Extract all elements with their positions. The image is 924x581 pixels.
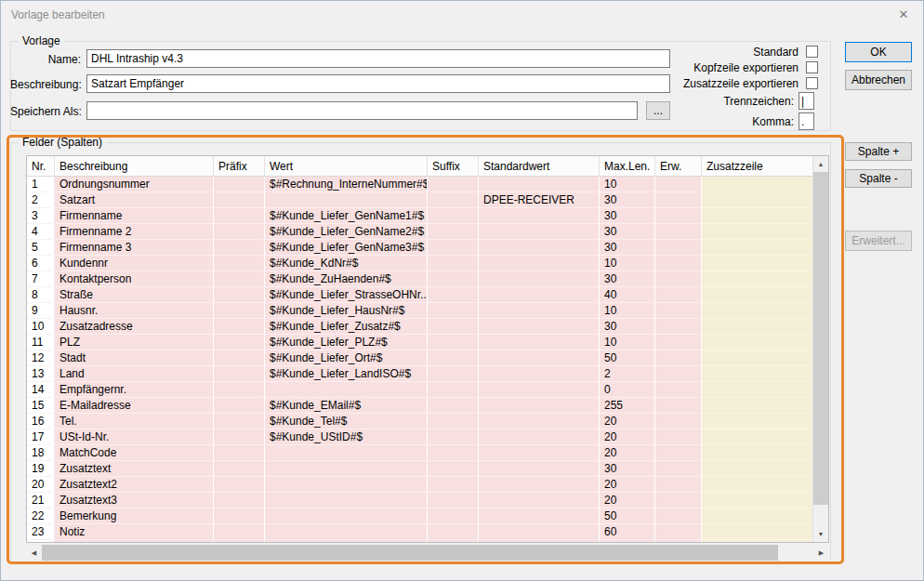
table-row[interactable]: 24 xyxy=(27,540,812,543)
cell-maxlen[interactable]: 2 xyxy=(600,366,655,382)
cell-beschreibung[interactable]: Kontaktperson xyxy=(55,271,214,287)
cell-zusatzzeile[interactable] xyxy=(702,398,812,414)
cell-suffix[interactable] xyxy=(428,524,479,540)
cell-beschreibung[interactable]: Ordnungsnummer xyxy=(55,177,214,192)
horizontal-scrollbar[interactable]: ◀ ▶ xyxy=(26,545,829,561)
cell-suffix[interactable] xyxy=(428,192,479,208)
cell-standardwert[interactable] xyxy=(479,303,600,319)
cell-beschreibung[interactable]: Notiz xyxy=(55,524,214,540)
cell-standardwert[interactable] xyxy=(479,271,600,287)
cell-wert[interactable]: $#Kunde_Liefer_PLZ#$ xyxy=(265,335,428,350)
cell-standardwert[interactable] xyxy=(479,287,600,303)
cell-wert[interactable]: $#Kunde_UStID#$ xyxy=(265,429,428,445)
cell-beschreibung[interactable]: Kundennr xyxy=(55,256,214,271)
cell-maxlen[interactable]: 0 xyxy=(600,382,655,398)
cell-standardwert[interactable] xyxy=(479,350,600,366)
cell-maxlen[interactable]: 30 xyxy=(600,224,655,240)
cell-suffix[interactable] xyxy=(428,382,479,398)
cell-maxlen[interactable]: 30 xyxy=(600,271,655,287)
cell-erw[interactable] xyxy=(655,493,702,508)
standard-checkbox[interactable] xyxy=(806,46,818,58)
cell-erw[interactable] xyxy=(655,414,702,429)
komma-input[interactable] xyxy=(799,112,814,130)
cell-praefix[interactable] xyxy=(214,335,265,350)
cell-beschreibung[interactable]: Bemerkung xyxy=(55,508,214,524)
cell-beschreibung[interactable]: PLZ xyxy=(55,335,214,350)
cell-standardwert[interactable] xyxy=(479,398,600,414)
cell-standardwert[interactable] xyxy=(479,208,600,224)
table-row[interactable]: 15 E-Mailadresse $#Kunde_EMail#$ 255 xyxy=(27,398,812,414)
cell-nr[interactable]: 5 xyxy=(27,240,55,256)
cell-beschreibung[interactable]: Straße xyxy=(55,287,214,303)
cell-erw[interactable] xyxy=(655,240,702,256)
cell-nr[interactable]: 11 xyxy=(27,335,55,350)
column-header-wert[interactable]: Wert xyxy=(265,156,428,176)
cell-zusatzzeile[interactable] xyxy=(702,350,812,366)
cell-standardwert[interactable] xyxy=(479,429,600,445)
cell-wert[interactable]: $#Kunde_ZuHaenden#$ xyxy=(265,271,428,287)
cell-erw[interactable] xyxy=(655,366,702,382)
cell-beschreibung[interactable]: MatchCode xyxy=(55,445,214,461)
kopfzeile-exportieren-checkbox[interactable] xyxy=(806,61,818,73)
cell-praefix[interactable] xyxy=(214,240,265,256)
cell-erw[interactable] xyxy=(655,177,702,192)
column-header-erw[interactable]: Erw. xyxy=(655,156,702,176)
cell-maxlen[interactable]: 10 xyxy=(600,303,655,319)
cell-erw[interactable] xyxy=(655,429,702,445)
cell-beschreibung[interactable]: Zusatztext2 xyxy=(55,477,214,493)
horizontal-scrollbar-thumb[interactable] xyxy=(42,545,778,561)
cell-praefix[interactable] xyxy=(214,414,265,429)
cell-zusatzzeile[interactable] xyxy=(702,508,812,524)
cell-wert[interactable] xyxy=(265,524,428,540)
cell-nr[interactable]: 13 xyxy=(27,366,55,382)
cell-zusatzzeile[interactable] xyxy=(702,303,812,319)
cell-suffix[interactable] xyxy=(428,287,479,303)
cell-suffix[interactable] xyxy=(428,429,479,445)
cell-wert[interactable]: $#Kunde_Liefer_GenName3#$ xyxy=(265,240,428,256)
cell-zusatzzeile[interactable] xyxy=(702,366,812,382)
cell-nr[interactable]: 24 xyxy=(27,540,55,543)
cell-standardwert[interactable] xyxy=(479,414,600,429)
cell-nr[interactable]: 15 xyxy=(27,398,55,414)
cell-beschreibung[interactable]: E-Mailadresse xyxy=(55,398,214,414)
cell-wert[interactable] xyxy=(265,445,428,461)
vertical-scrollbar[interactable]: ▲ ▼ xyxy=(812,156,828,542)
cell-standardwert[interactable] xyxy=(479,319,600,335)
table-row[interactable]: 16 Tel. $#Kunde_Tel#$ 20 xyxy=(27,414,812,429)
cell-standardwert[interactable] xyxy=(479,493,600,508)
cell-zusatzzeile[interactable] xyxy=(702,256,812,271)
cell-maxlen[interactable]: 30 xyxy=(600,461,655,477)
cell-nr[interactable]: 8 xyxy=(27,287,55,303)
cell-erw[interactable] xyxy=(655,192,702,208)
cell-standardwert[interactable] xyxy=(479,382,600,398)
cell-praefix[interactable] xyxy=(214,350,265,366)
column-header-zusatzzeile[interactable]: Zusatzzeile xyxy=(702,156,812,176)
cell-suffix[interactable] xyxy=(428,366,479,382)
cell-praefix[interactable] xyxy=(214,177,265,192)
cell-wert[interactable] xyxy=(265,477,428,493)
scroll-left-icon[interactable]: ◀ xyxy=(26,545,42,561)
cell-nr[interactable]: 4 xyxy=(27,224,55,240)
cell-praefix[interactable] xyxy=(214,271,265,287)
cell-suffix[interactable] xyxy=(428,319,479,335)
cell-standardwert[interactable] xyxy=(479,177,600,192)
cell-maxlen[interactable]: 20 xyxy=(600,429,655,445)
cell-praefix[interactable] xyxy=(214,366,265,382)
cell-maxlen[interactable]: 20 xyxy=(600,493,655,508)
horizontal-scrollbar-track[interactable] xyxy=(778,545,813,561)
cell-praefix[interactable] xyxy=(214,445,265,461)
cell-suffix[interactable] xyxy=(428,271,479,287)
cell-suffix[interactable] xyxy=(428,493,479,508)
cell-suffix[interactable] xyxy=(428,477,479,493)
table-row[interactable]: 14 Empfängernr. 0 xyxy=(27,382,812,398)
cell-zusatzzeile[interactable] xyxy=(702,429,812,445)
cell-suffix[interactable] xyxy=(428,350,479,366)
cell-erw[interactable] xyxy=(655,350,702,366)
column-header-maxlen[interactable]: Max.Len. xyxy=(600,156,655,176)
scroll-right-icon[interactable]: ▶ xyxy=(813,545,829,561)
cell-maxlen[interactable]: 20 xyxy=(600,477,655,493)
cell-nr[interactable]: 17 xyxy=(27,429,55,445)
cell-beschreibung[interactable]: Firmenname xyxy=(55,208,214,224)
cell-standardwert[interactable] xyxy=(479,540,600,543)
cell-wert[interactable]: $#Kunde_EMail#$ xyxy=(265,398,428,414)
